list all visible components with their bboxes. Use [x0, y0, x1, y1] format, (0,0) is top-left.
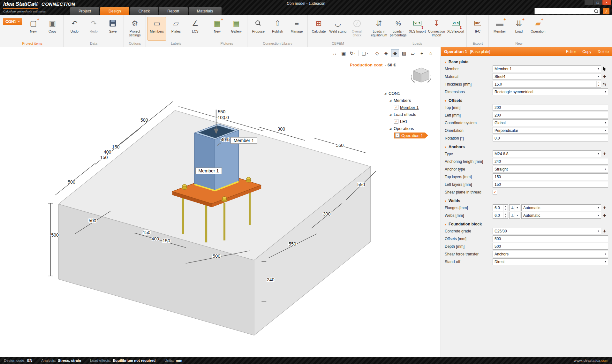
section-header-foundation-block[interactable]: ▾Foundation block: [445, 222, 608, 226]
section-header-base-plate[interactable]: ▾Base plate: [445, 60, 608, 64]
tree-root-con1[interactable]: ◢CON1: [384, 90, 437, 97]
dimensions-select[interactable]: Rectangle symmetrical▾: [493, 88, 608, 95]
member-select[interactable]: Member 1▾: [493, 65, 601, 72]
dropdown-arrow-icon[interactable]: ▾: [603, 89, 608, 95]
xls-export-button[interactable]: XLS↥XLS Export: [446, 17, 465, 41]
depth-mm-input[interactable]: 500: [493, 243, 608, 250]
tab-project[interactable]: Project: [70, 7, 99, 15]
dropdown-arrow-icon[interactable]: ▾: [596, 66, 601, 72]
view-axes-icon[interactable]: +: [418, 49, 426, 57]
view-transparent-icon[interactable]: ▨: [400, 49, 408, 57]
dimensions-toggle-icon[interactable]: ↔: [331, 49, 339, 57]
member-button[interactable]: ▬+Member: [490, 17, 509, 41]
project-selector[interactable]: CON1▾: [3, 18, 22, 25]
tree-item-le1[interactable]: ✓LE1: [384, 118, 437, 125]
connection-import-button[interactable]: ↧Connection Import: [427, 17, 446, 41]
anchor-type-select[interactable]: Straight▾: [493, 166, 608, 172]
tree-group-members[interactable]: ◢Members: [384, 97, 437, 104]
view-shaded-icon[interactable]: ◈: [382, 49, 390, 57]
spinner[interactable]: ▴▾: [596, 81, 601, 87]
tree-group-load-effects[interactable]: ◢Load effects: [384, 111, 437, 118]
publish-button[interactable]: ⇧Publish: [268, 17, 287, 41]
viewport-3d[interactable]: 550-100.050030015040015040.0550500550300…: [0, 47, 441, 357]
load-button[interactable]: ⇊+Load: [510, 17, 528, 41]
add-webs-mm-button[interactable]: +: [601, 213, 608, 218]
gallery-button[interactable]: ▤Gallery: [227, 17, 246, 41]
add-concrete-grade-button[interactable]: +: [601, 228, 608, 234]
tab-report[interactable]: Report: [159, 7, 188, 15]
manage-button[interactable]: ≡Manage: [287, 17, 306, 41]
close-button[interactable]: ×: [602, 0, 611, 5]
section-header-welds[interactable]: ▾Welds: [445, 199, 608, 203]
tab-materials[interactable]: Materials: [189, 7, 222, 15]
tree-item-checkbox[interactable]: ✓: [394, 119, 398, 124]
ifc-button[interactable]: IFCIFC: [468, 17, 487, 41]
tree-item-member-1[interactable]: ✓Member 1: [384, 104, 437, 111]
coordinate-system-select[interactable]: Global▾: [493, 119, 608, 126]
weld-type-icon[interactable]: ⊥▾: [509, 212, 520, 219]
dropdown-arrow-icon[interactable]: ▾: [596, 73, 601, 80]
rotate-view-icon[interactable]: ↻▾: [349, 49, 357, 57]
tree-item-operation-1[interactable]: ✓Operation 1: [384, 132, 437, 139]
section-header-offsets[interactable]: ▾Offsets: [445, 98, 608, 103]
zoom-fit-icon[interactable]: ▣: [340, 49, 348, 57]
lcs-button[interactable]: ∠LCS: [186, 17, 204, 41]
left-layers-mm-input[interactable]: 150: [493, 181, 608, 188]
anchoring-length-mm-input[interactable]: 240: [493, 158, 608, 165]
flanges-mm-input[interactable]: 6.0▴▾: [493, 204, 508, 211]
left-mm-input[interactable]: 200: [493, 112, 608, 118]
operation-button[interactable]: ▰+Operation: [529, 17, 547, 41]
scene-3d[interactable]: 550-100.050030015040015040.0550500550300…: [0, 47, 441, 357]
top-layers-mm-input[interactable]: 150: [493, 173, 608, 180]
dropdown-arrow-icon[interactable]: ▾: [596, 151, 601, 157]
column-member[interactable]: [194, 124, 239, 191]
section-header-anchors[interactable]: ▾Anchors: [445, 145, 608, 149]
weld-type-icon[interactable]: ⊥▾: [509, 204, 520, 211]
maximize-button[interactable]: □: [593, 0, 602, 5]
calculate-button[interactable]: ⊞Calculate: [309, 17, 328, 41]
orientation-cube[interactable]: [409, 65, 434, 87]
copy-button[interactable]: ▣Copy: [43, 17, 62, 41]
concrete-grade-select[interactable]: C25/30▾: [493, 228, 601, 234]
loads-percentage-button[interactable]: %Loads - percentage: [389, 17, 407, 41]
webs-mm-input[interactable]: 6.0▴▾: [493, 212, 508, 219]
add-material-button[interactable]: +: [601, 74, 608, 80]
info-button[interactable]: i: [603, 8, 609, 14]
flanges-mm-mode-select[interactable]: Automatic▾: [521, 204, 601, 211]
dropdown-arrow-icon[interactable]: ▾: [603, 120, 608, 126]
home-view-icon[interactable]: ⌂: [427, 49, 435, 57]
dropdown-arrow-icon[interactable]: ▾: [596, 228, 601, 234]
propose-button[interactable]: Propose: [249, 17, 268, 41]
tab-check[interactable]: Check: [130, 7, 158, 15]
members-button[interactable]: ▭Members: [147, 17, 166, 41]
dropdown-arrow-icon[interactable]: ▾: [603, 259, 608, 265]
thickness-mm-input[interactable]: 15.0▴▾: [493, 81, 601, 87]
stand-off-select[interactable]: Direct▾: [493, 258, 608, 265]
webs-mm-mode-select[interactable]: Automatic▾: [521, 212, 601, 219]
website-link[interactable]: www.ideastatica.com: [574, 359, 608, 362]
view-plates-icon[interactable]: ▱: [409, 49, 417, 57]
pick-member-cursor-icon[interactable]: [601, 66, 608, 72]
view-wireframe-icon[interactable]: ◇: [373, 49, 381, 57]
weld-sizing-button[interactable]: ◡Weld sizing: [329, 17, 347, 41]
rotation-input[interactable]: 0.0: [493, 135, 608, 141]
add-flanges-mm-button[interactable]: +: [601, 205, 608, 211]
add-type-button[interactable]: +: [601, 151, 608, 157]
orientation-select[interactable]: Perpendicular▾: [493, 127, 608, 134]
tree-group-operations[interactable]: ◢Operations: [384, 125, 437, 132]
editor-action-button[interactable]: Editor: [566, 49, 576, 54]
copy-action-button[interactable]: Copy: [582, 49, 591, 54]
top-mm-input[interactable]: 200: [493, 104, 608, 111]
offsets-mm-input[interactable]: 500: [493, 235, 608, 242]
minimize-button[interactable]: –: [585, 0, 593, 5]
new-button[interactable]: ▦+New: [208, 17, 226, 41]
plates-button[interactable]: ▱Plates: [167, 17, 185, 41]
search-icon[interactable]: [594, 9, 599, 14]
xls-import-button[interactable]: XLS↧XLS Import: [408, 17, 427, 41]
view-solid-icon[interactable]: ◆: [391, 49, 399, 57]
dropdown-arrow-icon[interactable]: ▾: [603, 166, 608, 172]
swap-icon[interactable]: ⇆: [601, 82, 608, 87]
tree-item-checkbox[interactable]: ✓: [395, 133, 400, 138]
save-button[interactable]: Save: [103, 17, 122, 41]
search-box[interactable]: [534, 8, 600, 14]
